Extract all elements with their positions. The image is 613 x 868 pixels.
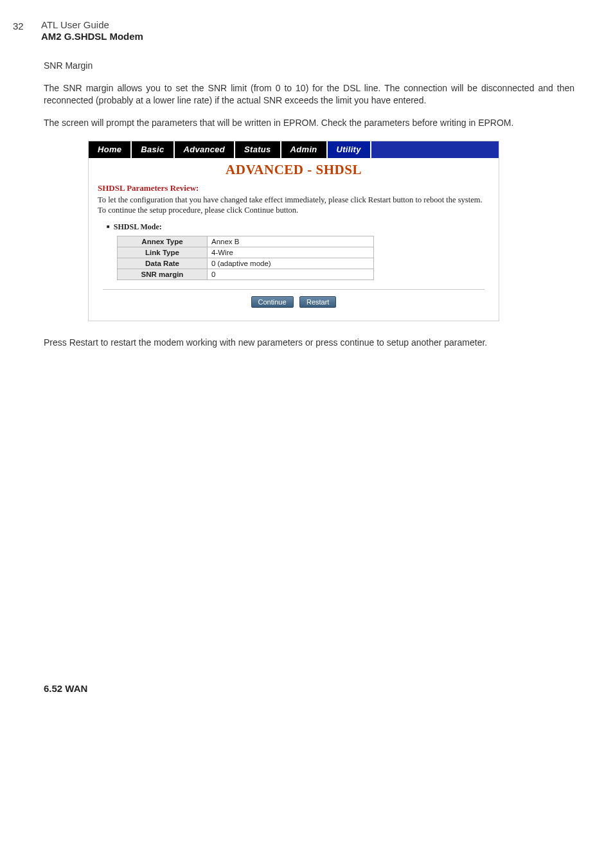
annex-type-label: Annex Type	[118, 236, 208, 247]
link-type-label: Link Type	[118, 247, 208, 258]
paragraph-1: The SNR margin allows you to set the SNR…	[44, 82, 574, 107]
doc-title: AM2 G.SHDSL Modem	[41, 31, 574, 42]
link-type-value: 4-Wire	[208, 247, 374, 258]
divider	[103, 289, 484, 290]
table-row: Annex Type Annex B	[118, 236, 374, 247]
restart-button[interactable]: Restart	[299, 296, 336, 308]
page-number: 32	[13, 19, 41, 31]
paragraph-3: Press Restart to restart the modem worki…	[44, 337, 574, 349]
data-rate-label: Data Rate	[118, 258, 208, 269]
nav-tab-admin[interactable]: Admin	[281, 141, 328, 158]
annex-type-value: Annex B	[208, 236, 374, 247]
config-screenshot: Home Basic Advanced Status Admin Utility…	[88, 141, 499, 322]
nav-bar: Home Basic Advanced Status Admin Utility	[89, 141, 499, 158]
panel-title: ADVANCED - SHDSL	[89, 158, 499, 183]
nav-spacer	[371, 141, 499, 158]
table-row: SNR margin 0	[118, 269, 374, 280]
snr-margin-label: SNR margin	[118, 269, 208, 280]
table-row: Data Rate 0 (adaptive mode)	[118, 258, 374, 269]
doc-subtitle: ATL User Guide	[41, 19, 574, 30]
continue-button[interactable]: Continue	[251, 296, 294, 308]
nav-tab-status[interactable]: Status	[235, 141, 281, 158]
nav-tab-advanced[interactable]: Advanced	[175, 141, 236, 158]
review-text: To let the configuration that you have c…	[98, 195, 490, 217]
snr-heading: SNR Margin	[44, 60, 574, 72]
section-heading: 6.52 WAN	[44, 683, 574, 694]
nav-tab-home[interactable]: Home	[89, 141, 132, 158]
snr-margin-value: 0	[208, 269, 374, 280]
params-table: Annex Type Annex B Link Type 4-Wire Data…	[117, 236, 374, 280]
paragraph-2: The screen will prompt the parameters th…	[44, 117, 574, 129]
table-row: Link Type 4-Wire	[118, 247, 374, 258]
nav-tab-basic[interactable]: Basic	[132, 141, 174, 158]
data-rate-value: 0 (adaptive mode)	[208, 258, 374, 269]
nav-tab-utility[interactable]: Utility	[328, 141, 371, 158]
mode-label: SHDSL Mode:	[107, 222, 490, 232]
review-heading: SHDSL Parameters Review:	[98, 183, 490, 193]
